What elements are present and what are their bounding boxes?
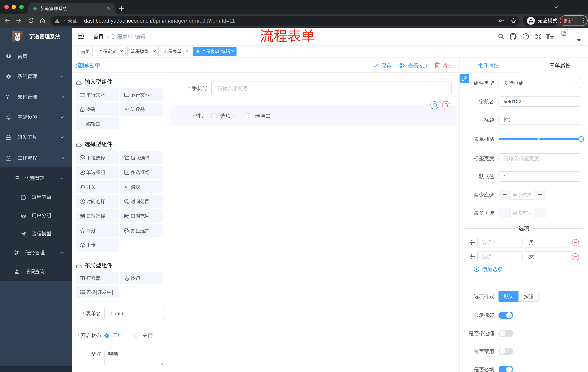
svg-text:1: 1 (504, 174, 506, 180)
svg-text:biubiu: biubiu (110, 311, 123, 316)
svg-text:dashboard.yudao.iocoder.cn/bpm: dashboard.yudao.iocoder.cn/bpm/manager/f… (84, 18, 235, 24)
svg-text:field122: field122 (504, 99, 521, 105)
